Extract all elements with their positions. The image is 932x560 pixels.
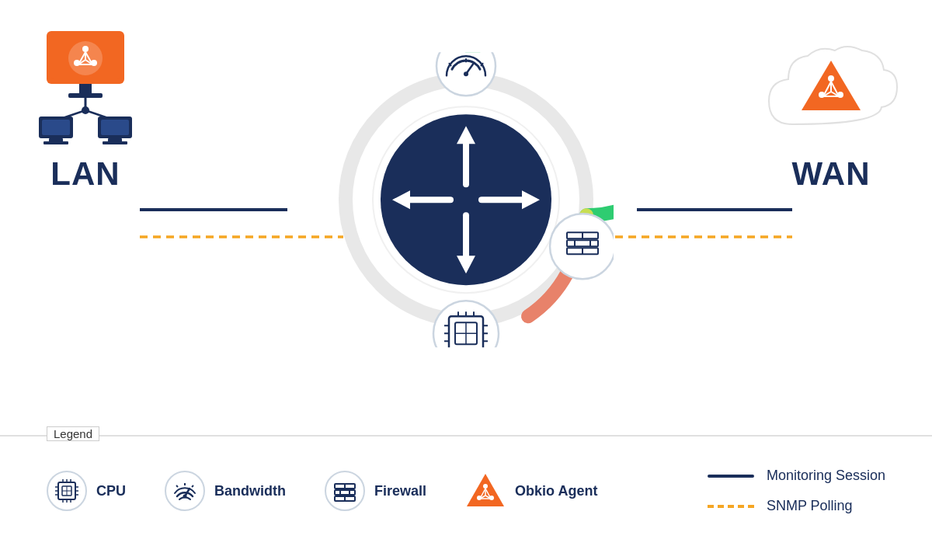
svg-line-99 bbox=[176, 485, 178, 487]
bandwidth-legend-label: Bandwidth bbox=[214, 483, 286, 499]
center-router bbox=[318, 52, 614, 347]
svg-rect-23 bbox=[42, 120, 70, 135]
svg-line-100 bbox=[192, 485, 193, 487]
obkio-legend-icon bbox=[465, 471, 506, 511]
monitoring-session-item: Monitoring Session bbox=[708, 468, 885, 484]
svg-point-102 bbox=[183, 495, 187, 499]
diagram-container: LAN WAN bbox=[0, 0, 932, 435]
bandwidth-legend-icon bbox=[165, 471, 205, 511]
svg-point-56 bbox=[464, 71, 468, 76]
cpu-legend-label: CPU bbox=[96, 483, 126, 499]
legend-item-bandwidth: Bandwidth bbox=[165, 471, 286, 511]
wan-label: WAN bbox=[792, 155, 871, 193]
wan-section: WAN bbox=[753, 23, 909, 193]
svg-rect-29 bbox=[103, 141, 127, 144]
svg-rect-17 bbox=[68, 93, 103, 98]
legend-item-firewall: Firewall bbox=[325, 471, 426, 511]
legend-section: Legend bbox=[0, 435, 932, 560]
monitoring-line-icon bbox=[708, 475, 754, 478]
snmp-polling-label: SNMP Polling bbox=[767, 498, 853, 514]
obkio-legend-label: Obkio Agent bbox=[515, 483, 597, 499]
legend-title: Legend bbox=[47, 426, 99, 441]
svg-rect-16 bbox=[79, 84, 92, 95]
legend-item-obkio: Obkio Agent bbox=[465, 471, 597, 511]
lan-label: LAN bbox=[50, 155, 120, 193]
snmp-line-icon bbox=[708, 505, 754, 508]
firewall-legend-label: Firewall bbox=[374, 483, 426, 499]
cpu-legend-icon bbox=[47, 471, 87, 511]
svg-rect-27 bbox=[101, 120, 129, 135]
legend-line-items: Monitoring Session SNMP Polling bbox=[708, 468, 885, 514]
monitoring-session-label: Monitoring Session bbox=[767, 468, 885, 484]
svg-rect-25 bbox=[43, 141, 68, 144]
svg-rect-104 bbox=[335, 490, 355, 495]
center-diagram-svg bbox=[318, 52, 614, 347]
legend-item-cpu: CPU bbox=[47, 471, 126, 511]
svg-point-31 bbox=[828, 75, 834, 82]
svg-point-111 bbox=[483, 484, 488, 489]
snmp-polling-item: SNMP Polling bbox=[708, 498, 885, 514]
wan-icon bbox=[753, 23, 909, 148]
svg-point-7 bbox=[82, 46, 89, 52]
firewall-legend-icon bbox=[325, 471, 365, 511]
lan-icon bbox=[23, 23, 148, 148]
lan-section: LAN bbox=[23, 23, 148, 193]
legend-items: CPU Bandwidth bbox=[47, 468, 885, 514]
